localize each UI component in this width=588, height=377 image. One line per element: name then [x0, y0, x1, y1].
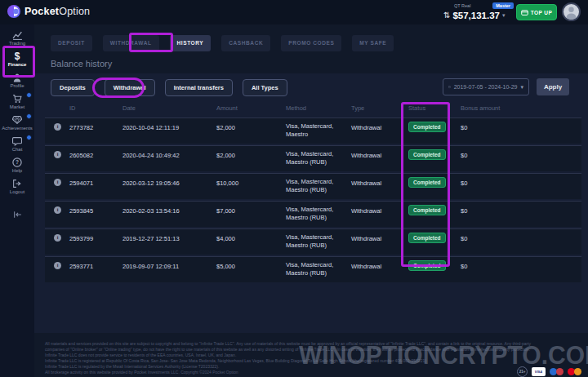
- tab-withdrawal[interactable]: WITHDRAWAL: [103, 35, 159, 51]
- sidebar-nav: Trading $ Finance Profile Market Achieve…: [0, 24, 34, 377]
- cell-amount: $5,000: [216, 257, 286, 282]
- filter-withdrawal[interactable]: Withdrawal: [105, 79, 155, 96]
- table-row: 2593771 2019-09-07 12:09:11 $5,000 Visa,…: [45, 256, 581, 282]
- tab-cashback[interactable]: CASHBACK: [221, 35, 270, 51]
- sidebar-item-label: Help: [12, 168, 22, 173]
- status-badge: Completed: [408, 177, 446, 188]
- notification-badge: [26, 135, 32, 140]
- sidebar-item-chat[interactable]: Chat: [0, 135, 34, 153]
- help-icon: ?: [12, 157, 22, 167]
- column-header-id: ID: [69, 104, 122, 112]
- age-21-badge: 21+: [517, 366, 528, 377]
- top-bar: PocketOption QT Real Master ⇅ $57,131.37…: [0, 0, 588, 24]
- sidebar-item-label: Market: [10, 104, 24, 109]
- page-title: Balance history: [51, 59, 112, 69]
- mastercard-logo-icon: [568, 367, 581, 376]
- logout-icon: [12, 179, 22, 188]
- cell-type: Withdrawal: [351, 174, 408, 199]
- diamond-icon: [12, 115, 22, 125]
- balance-history-panel: Deposits Withdrawal Internal transfers A…: [34, 73, 588, 333]
- pocket-option-logo-icon: [7, 4, 21, 19]
- info-icon[interactable]: [54, 151, 61, 158]
- calendar-icon: [448, 83, 451, 91]
- column-header-method: Method: [286, 104, 351, 112]
- tab-history[interactable]: HISTORY: [170, 35, 212, 51]
- sidebar-item-profile[interactable]: Profile: [0, 71, 34, 90]
- date-range-value: 2019-07-05 - 2024-10-29: [454, 84, 518, 90]
- sidebar-item-label: Profile: [10, 83, 24, 88]
- sidebar-item-trading[interactable]: Trading: [0, 29, 34, 47]
- status-badge: Completed: [408, 260, 446, 271]
- sidebar-collapse-button[interactable]: [0, 205, 34, 224]
- info-icon[interactable]: [54, 234, 61, 242]
- cell-date: 2020-03-12 19:05:46: [122, 174, 216, 199]
- logo[interactable]: PocketOption: [7, 4, 90, 19]
- table-body: 2773782 2020-10-04 12:11:19 $2,000 Visa,…: [45, 118, 581, 284]
- sidebar-item-label: Logout: [10, 189, 24, 194]
- column-header-date: Date: [122, 104, 216, 112]
- filter-all-types[interactable]: All Types: [243, 79, 287, 96]
- sidebar-item-logout[interactable]: Logout: [0, 177, 34, 196]
- cell-amount: $2,000: [216, 118, 286, 144]
- status-badge: Completed: [408, 233, 446, 243]
- info-icon[interactable]: [54, 123, 61, 131]
- date-range-picker[interactable]: 2019-07-05 - 2024-10-29: [443, 78, 529, 95]
- cell-id: 2593799: [69, 229, 122, 255]
- cell-method: Visa, Mastercard, Maestro: [286, 118, 351, 144]
- sidebar-item-label: Trading: [9, 41, 25, 46]
- cell-date: 2019-09-07 12:09:11: [122, 257, 216, 282]
- table-row: 2593845 2020-02-03 13:54:16 $7,000 Visa,…: [45, 201, 581, 227]
- cell-type: Withdrawal: [351, 118, 408, 144]
- tab-deposit[interactable]: DEPOSIT: [51, 35, 92, 51]
- filter-internal-transfers[interactable]: Internal transfers: [165, 79, 233, 96]
- tab-promo-codes[interactable]: PROMO CODES: [281, 35, 341, 51]
- tab-my-safe[interactable]: MY SAFE: [352, 35, 394, 51]
- wallet-icon: [521, 9, 528, 16]
- sidebar-item-market[interactable]: Market: [0, 92, 34, 111]
- cell-method: Visa, Mastercard, Maestro (RUB): [286, 202, 351, 227]
- cell-id: 2594071: [69, 174, 122, 199]
- column-header-status: Status: [408, 104, 461, 112]
- info-icon[interactable]: [54, 179, 61, 186]
- sidebar-item-label: Finance: [8, 62, 27, 67]
- main-content: DEPOSIT WITHDRAWAL HISTORY CASHBACK PROM…: [34, 24, 588, 377]
- footer-badges: 21+ VISA: [517, 366, 581, 377]
- top-up-label: TOP UP: [531, 10, 552, 16]
- notification-badge: [26, 92, 32, 98]
- cart-icon: [12, 94, 22, 104]
- sidebar-item-label: Achievements: [2, 126, 33, 131]
- top-up-button[interactable]: TOP UP: [516, 4, 557, 20]
- cell-bonus: $0: [461, 257, 581, 282]
- info-icon[interactable]: [54, 262, 61, 269]
- cell-id: 2593771: [69, 257, 122, 282]
- chevron-down-icon: [520, 84, 523, 91]
- table-row: 2593799 2019-12-27 12:51:13 $4,000 Visa,…: [45, 228, 581, 255]
- table-row: 2773782 2020-10-04 12:11:19 $2,000 Visa,…: [45, 118, 581, 144]
- filter-deposits[interactable]: Deposits: [51, 79, 95, 96]
- chart-icon: [12, 30, 23, 40]
- info-icon[interactable]: [54, 206, 61, 214]
- balance-arrows-icon: ⇅: [443, 11, 450, 20]
- cell-bonus: $0: [461, 229, 581, 255]
- cell-date: 2020-02-03 13:54:16: [122, 202, 216, 227]
- sidebar-item-help[interactable]: ? Help: [0, 156, 34, 175]
- plan-badge: Master: [492, 2, 514, 9]
- sidebar-item-finance[interactable]: $ Finance: [0, 50, 34, 69]
- cell-bonus: $0: [461, 146, 581, 171]
- account-balance-widget[interactable]: QT Real Master ⇅ $57,131.37: [443, 2, 514, 20]
- cell-date: 2019-12-27 12:51:13: [122, 229, 216, 255]
- sidebar-item-achievements[interactable]: Achievements: [0, 113, 34, 132]
- cell-type: Withdrawal: [351, 229, 408, 255]
- apply-button[interactable]: Apply: [537, 78, 569, 95]
- avatar[interactable]: [562, 2, 581, 21]
- table-row: 2605082 2020-04-24 10:49:42 $2,000 Visa,…: [45, 145, 581, 171]
- table-row: 2594071 2020-03-12 19:05:46 $10,000 Visa…: [45, 173, 581, 199]
- account-type-label: QT Real: [443, 3, 470, 8]
- cell-id: 2593845: [69, 202, 122, 227]
- visa-logo-icon: VISA: [532, 367, 546, 376]
- cell-type: Withdrawal: [351, 202, 408, 227]
- notification-badge: [26, 113, 32, 119]
- column-header-type: Type: [351, 104, 408, 112]
- person-icon: [12, 73, 22, 82]
- logo-text: PocketOption: [24, 6, 90, 17]
